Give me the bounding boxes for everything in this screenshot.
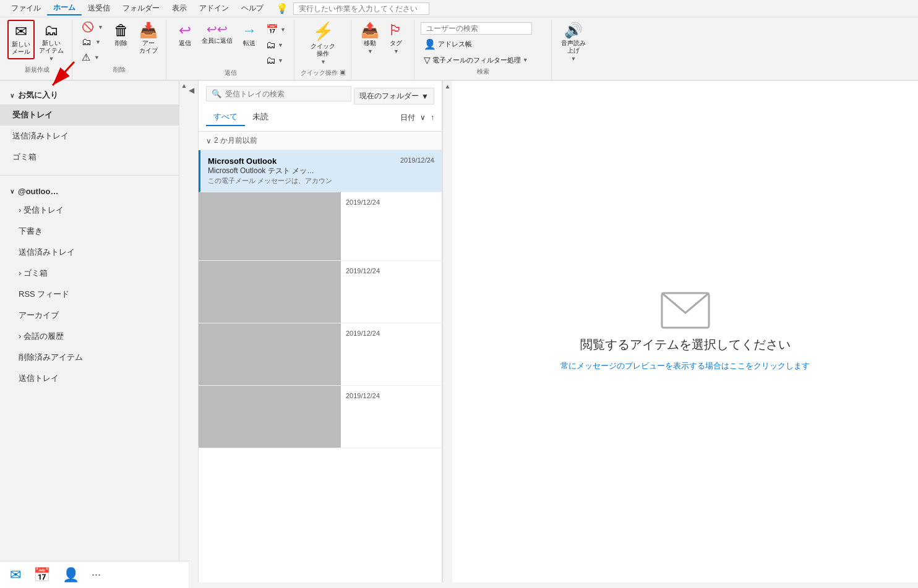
account-header[interactable]: ∨ @outloo… <box>0 183 179 200</box>
new-item-button[interactable]: 🗂 新しい アイテム ▼ <box>36 20 67 64</box>
archive-icon: 📥 <box>139 22 158 38</box>
history-expand-icon: › <box>19 331 21 341</box>
sidebar-item-sent2[interactable]: 送信済みトレイ <box>0 242 179 263</box>
delete-icon: 🗑 <box>114 22 129 38</box>
sidebar-item-trash2[interactable]: ›ゴミ箱 <box>0 263 179 284</box>
footer-calendar-icon[interactable]: 📅 <box>33 567 50 583</box>
more1-button[interactable]: 🗂 ▼ <box>263 38 289 52</box>
ribbon-group-reply: ↩ 返信 ↩↩ 全員に返信 → 転送 📅 ▼ 🗂 <box>168 20 294 80</box>
new-item-icon: 🗂 <box>44 22 59 38</box>
message-item-3[interactable]: 2019/12/24 <box>199 323 442 386</box>
menu-file[interactable]: ファイル <box>5 2 47 15</box>
ribbon-group-voice: 🔊 音声読み上げ ▼ <box>553 20 594 80</box>
junk-button[interactable]: ⚠ ▼ <box>79 50 106 64</box>
sidebar-item-drafts[interactable]: 下書き <box>0 221 179 242</box>
new-item-dropdown-icon: ▼ <box>49 56 54 62</box>
message-date-2: 2019/12/24 <box>341 261 385 323</box>
sidebar-item-inbox-account[interactable]: ›受信トレイ <box>0 200 179 221</box>
sidebar-item-inbox-fav[interactable]: 受信トレイ <box>0 104 179 126</box>
message-search-input[interactable] <box>225 90 346 98</box>
footer-people-icon[interactable]: 👤 <box>62 567 79 583</box>
sidebar-scroll-up-icon[interactable]: ▲ <box>181 82 187 89</box>
move-dropdown-icon: ▼ <box>367 48 373 54</box>
folder-select[interactable]: 現在のフォルダー ▼ <box>354 88 434 104</box>
ribbon-group-quick-label: クイック操作 ▣ <box>301 67 346 80</box>
sidebar-footer: ✉ 📅 👤 ··· <box>0 561 189 588</box>
ribbon-group-delete: 🚫 ▼ 🗂 ▼ ⚠ ▼ 🗑 <box>74 20 166 80</box>
email-filter-button[interactable]: ▽ 電子メールのフィルター処理 ▼ <box>421 54 546 66</box>
ribbon-group-search-label: 検索 <box>421 66 546 79</box>
message-placeholder-4 <box>199 386 341 448</box>
message-item-0[interactable]: Microsoft Outlook Microsoft Outlook テスト … <box>199 150 442 192</box>
tag-icon: 🏳 <box>388 22 403 38</box>
meeting-button[interactable]: 📅 ▼ <box>263 22 289 36</box>
message-item-2[interactable]: 2019/12/24 <box>199 261 442 323</box>
move-button[interactable]: 📤 移動 ▼ <box>358 20 382 57</box>
more2-button[interactable]: 🗂 ▼ <box>263 54 289 67</box>
favorites-chevron-icon: ∨ <box>10 92 14 99</box>
sidebar-item-trash-fav[interactable]: ゴミ箱 <box>0 147 179 168</box>
reading-pane-link[interactable]: 常にメッセージのプレビューを表示する場合はここをクリックします <box>560 360 810 372</box>
sidebar-item-sent-fav[interactable]: 送信済みトレイ <box>0 126 179 147</box>
address-book-button[interactable]: 👤 アドレス帳 <box>421 37 546 51</box>
menu-home[interactable]: ホーム <box>47 1 82 15</box>
sidebar-item-sent3[interactable]: 送信トレイ <box>0 368 179 389</box>
message-preview-0: この電子メール メッセージは、アカウン <box>208 176 395 185</box>
date-group-chevron-icon[interactable]: ∨ <box>206 137 212 145</box>
menu-help[interactable]: ヘルプ <box>235 2 270 15</box>
favorites-section: ∨ お気に入り 受信トレイ 送信済みトレイ ゴミ箱 <box>0 81 179 173</box>
sort-date-arrow[interactable]: ∨ <box>420 113 426 122</box>
message-list-pane: 🔍 現在のフォルダー ▼ すべて 未読 日付 ∨ <box>199 81 452 582</box>
message-placeholder-3 <box>199 323 341 385</box>
filter-all-tab[interactable]: すべて <box>206 109 245 126</box>
message-placeholder-2 <box>199 261 341 323</box>
menu-view[interactable]: 表示 <box>166 2 193 15</box>
reply-label: 返信 <box>179 40 191 47</box>
footer-mail-icon[interactable]: ✉ <box>10 567 21 583</box>
move-label: 移動 <box>364 40 376 47</box>
sort-date-label[interactable]: 日付 <box>400 113 415 123</box>
delete-button[interactable]: 🗑 削除 <box>109 20 134 49</box>
favorites-label: お気に入り <box>18 90 58 101</box>
sidebar-item-deleted[interactable]: 削除済みアイテム <box>0 347 179 368</box>
reply-all-button[interactable]: ↩↩ 全員に返信 <box>199 20 236 47</box>
trash-expand-icon: › <box>19 268 21 278</box>
message-item-1[interactable]: 2019/12/24 <box>199 192 442 261</box>
sidebar-collapse-button[interactable]: ◀ <box>189 81 199 582</box>
sidebar-item-rss[interactable]: RSS フィード <box>0 284 179 305</box>
lightbulb-icon[interactable]: 💡 <box>276 2 288 14</box>
sidebar-item-history[interactable]: ›会話の履歴 <box>0 326 179 347</box>
junk-icon: ⚠ <box>82 51 90 63</box>
filter-unread-tab[interactable]: 未読 <box>245 109 276 126</box>
sort-asc-icon[interactable]: ↑ <box>431 113 434 122</box>
date-group-label: 2 か月前以前 <box>214 135 257 146</box>
sidebar-item-archive[interactable]: アーカイブ <box>0 305 179 326</box>
account-chevron-icon: ∨ <box>10 188 14 195</box>
quick-action-button[interactable]: ⚡ クイック操作 ▼ <box>307 20 338 67</box>
tell-me-search[interactable] <box>293 2 429 15</box>
date-group-header: ∨ 2 か月前以前 <box>199 132 442 150</box>
menu-addin[interactable]: アドイン <box>193 2 235 15</box>
more2-dropdown-icon: ▼ <box>278 58 283 64</box>
inbox-expand-icon: › <box>19 205 21 215</box>
favorites-header[interactable]: ∨ お気に入り <box>0 86 179 104</box>
archive-button[interactable]: 📥 アーカイブ <box>136 20 161 57</box>
account-section: ∨ @outloo… ›受信トレイ 下書き 送信済みトレイ ›ゴミ箱 RSS フ… <box>0 178 179 394</box>
forward-button[interactable]: → 転送 <box>237 20 262 49</box>
user-search-input[interactable] <box>421 22 532 35</box>
menu-sendreceive[interactable]: 送受信 <box>82 2 116 15</box>
ignore-button[interactable]: 🚫 ▼ <box>79 20 106 34</box>
cleanup-button[interactable]: 🗂 ▼ <box>79 35 106 49</box>
archive-label: アーカイブ <box>139 40 158 54</box>
menu-folder[interactable]: フォルダー <box>116 2 166 15</box>
new-mail-label: 新しい メール <box>12 41 30 56</box>
footer-more-icon[interactable]: ··· <box>92 568 101 581</box>
more2-icon: 🗂 <box>266 55 276 66</box>
message-list-scroll-up-icon[interactable]: ▲ <box>444 81 452 92</box>
new-mail-button[interactable]: ✉ 新しい メール <box>7 20 35 59</box>
meeting-icon: 📅 <box>266 23 278 35</box>
message-item-4[interactable]: 2019/12/24 <box>199 386 442 448</box>
voice-read-button[interactable]: 🔊 音声読み上げ ▼ <box>558 20 589 64</box>
tag-button[interactable]: 🏳 タグ ▼ <box>384 20 408 57</box>
reply-button[interactable]: ↩ 返信 <box>173 20 197 49</box>
